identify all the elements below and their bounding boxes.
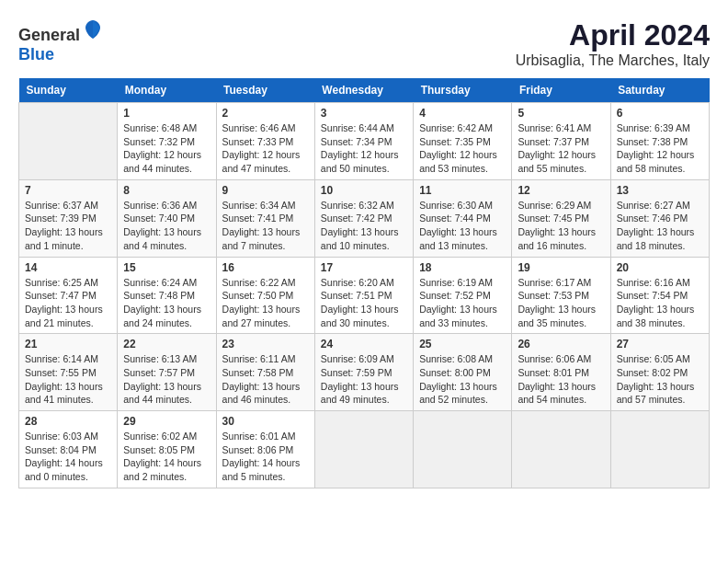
calendar-cell: 14Sunrise: 6:25 AM Sunset: 7:47 PM Dayli… bbox=[19, 257, 118, 334]
day-info: Sunrise: 6:02 AM Sunset: 8:05 PM Dayligh… bbox=[123, 430, 210, 484]
calendar-header-row: SundayMondayTuesdayWednesdayThursdayFrid… bbox=[19, 78, 710, 103]
calendar-cell: 23Sunrise: 6:11 AM Sunset: 7:58 PM Dayli… bbox=[216, 334, 314, 411]
day-info: Sunrise: 6:46 AM Sunset: 7:33 PM Dayligh… bbox=[222, 121, 309, 176]
day-info: Sunrise: 6:30 AM Sunset: 7:44 PM Dayligh… bbox=[419, 199, 506, 253]
day-number: 14 bbox=[25, 261, 111, 274]
day-of-week-header: Saturday bbox=[610, 78, 709, 103]
calendar-cell bbox=[512, 411, 610, 488]
calendar-cell bbox=[610, 411, 709, 488]
day-info: Sunrise: 6:29 AM Sunset: 7:45 PM Dayligh… bbox=[518, 199, 604, 253]
day-info: Sunrise: 6:32 AM Sunset: 7:42 PM Dayligh… bbox=[321, 199, 407, 253]
day-of-week-header: Wednesday bbox=[314, 78, 413, 103]
calendar-cell: 13Sunrise: 6:27 AM Sunset: 7:46 PM Dayli… bbox=[610, 179, 709, 257]
day-info: Sunrise: 6:25 AM Sunset: 7:47 PM Dayligh… bbox=[25, 276, 111, 330]
day-number: 26 bbox=[518, 338, 604, 350]
calendar-cell: 24Sunrise: 6:09 AM Sunset: 7:59 PM Dayli… bbox=[314, 334, 413, 411]
day-info: Sunrise: 6:09 AM Sunset: 7:59 PM Dayligh… bbox=[321, 352, 407, 407]
day-info: Sunrise: 6:17 AM Sunset: 7:53 PM Dayligh… bbox=[518, 276, 604, 330]
calendar-cell: 8Sunrise: 6:36 AM Sunset: 7:40 PM Daylig… bbox=[118, 179, 216, 257]
calendar-week-row: 7Sunrise: 6:37 AM Sunset: 7:39 PM Daylig… bbox=[19, 179, 710, 257]
calendar-cell: 25Sunrise: 6:08 AM Sunset: 8:00 PM Dayli… bbox=[414, 334, 512, 411]
calendar-cell: 21Sunrise: 6:14 AM Sunset: 7:55 PM Dayli… bbox=[19, 334, 118, 411]
day-number: 5 bbox=[518, 107, 604, 120]
day-number: 8 bbox=[123, 184, 210, 197]
calendar-week-row: 21Sunrise: 6:14 AM Sunset: 7:55 PM Dayli… bbox=[19, 334, 710, 411]
calendar-cell: 20Sunrise: 6:16 AM Sunset: 7:54 PM Dayli… bbox=[610, 257, 709, 334]
calendar-cell: 3Sunrise: 6:44 AM Sunset: 7:34 PM Daylig… bbox=[314, 103, 413, 180]
day-number: 15 bbox=[123, 261, 210, 274]
calendar-cell: 7Sunrise: 6:37 AM Sunset: 7:39 PM Daylig… bbox=[19, 179, 118, 257]
calendar-cell: 29Sunrise: 6:02 AM Sunset: 8:05 PM Dayli… bbox=[118, 411, 216, 488]
day-info: Sunrise: 6:03 AM Sunset: 8:04 PM Dayligh… bbox=[25, 430, 111, 484]
day-number: 1 bbox=[123, 107, 210, 120]
day-number: 24 bbox=[321, 338, 407, 350]
day-of-week-header: Tuesday bbox=[216, 78, 314, 103]
day-number: 28 bbox=[25, 415, 111, 428]
calendar-cell: 1Sunrise: 6:48 AM Sunset: 7:32 PM Daylig… bbox=[118, 103, 216, 180]
day-number: 27 bbox=[617, 338, 703, 350]
day-number: 6 bbox=[617, 107, 703, 120]
calendar-cell: 10Sunrise: 6:32 AM Sunset: 7:42 PM Dayli… bbox=[314, 179, 413, 257]
logo-general: General bbox=[18, 26, 80, 44]
day-info: Sunrise: 6:08 AM Sunset: 8:00 PM Dayligh… bbox=[419, 352, 506, 407]
calendar-cell: 5Sunrise: 6:41 AM Sunset: 7:37 PM Daylig… bbox=[512, 103, 610, 180]
day-of-week-header: Thursday bbox=[414, 78, 512, 103]
title-area: April 2024 Urbisaglia, The Marches, Ital… bbox=[516, 18, 710, 69]
day-number: 4 bbox=[419, 107, 506, 120]
day-number: 16 bbox=[222, 261, 309, 274]
day-info: Sunrise: 6:48 AM Sunset: 7:32 PM Dayligh… bbox=[123, 121, 210, 176]
calendar-week-row: 1Sunrise: 6:48 AM Sunset: 7:32 PM Daylig… bbox=[19, 103, 710, 180]
day-info: Sunrise: 6:34 AM Sunset: 7:41 PM Dayligh… bbox=[222, 199, 309, 253]
calendar-cell: 28Sunrise: 6:03 AM Sunset: 8:04 PM Dayli… bbox=[19, 411, 118, 488]
day-info: Sunrise: 6:42 AM Sunset: 7:35 PM Dayligh… bbox=[419, 121, 506, 176]
logo-icon bbox=[82, 18, 104, 40]
day-info: Sunrise: 6:44 AM Sunset: 7:34 PM Dayligh… bbox=[321, 121, 407, 176]
subtitle: Urbisaglia, The Marches, Italy bbox=[516, 52, 710, 69]
day-info: Sunrise: 6:01 AM Sunset: 8:06 PM Dayligh… bbox=[222, 430, 309, 484]
day-info: Sunrise: 6:06 AM Sunset: 8:01 PM Dayligh… bbox=[518, 352, 604, 407]
day-info: Sunrise: 6:14 AM Sunset: 7:55 PM Dayligh… bbox=[25, 352, 111, 407]
day-number: 23 bbox=[222, 338, 309, 350]
day-number: 13 bbox=[617, 184, 703, 197]
calendar-cell: 15Sunrise: 6:24 AM Sunset: 7:48 PM Dayli… bbox=[118, 257, 216, 334]
day-number: 20 bbox=[617, 261, 703, 274]
calendar-cell bbox=[414, 411, 512, 488]
calendar-cell: 16Sunrise: 6:22 AM Sunset: 7:50 PM Dayli… bbox=[216, 257, 314, 334]
calendar-cell: 2Sunrise: 6:46 AM Sunset: 7:33 PM Daylig… bbox=[216, 103, 314, 180]
calendar-cell: 6Sunrise: 6:39 AM Sunset: 7:38 PM Daylig… bbox=[610, 103, 709, 180]
day-info: Sunrise: 6:13 AM Sunset: 7:57 PM Dayligh… bbox=[123, 352, 210, 407]
day-number: 10 bbox=[321, 184, 407, 197]
day-number: 9 bbox=[222, 184, 309, 197]
day-info: Sunrise: 6:27 AM Sunset: 7:46 PM Dayligh… bbox=[617, 199, 703, 253]
day-info: Sunrise: 6:20 AM Sunset: 7:51 PM Dayligh… bbox=[321, 276, 407, 330]
calendar-cell: 30Sunrise: 6:01 AM Sunset: 8:06 PM Dayli… bbox=[216, 411, 314, 488]
day-number: 3 bbox=[321, 107, 407, 120]
day-number: 11 bbox=[419, 184, 506, 197]
day-info: Sunrise: 6:39 AM Sunset: 7:38 PM Dayligh… bbox=[617, 121, 703, 176]
day-info: Sunrise: 6:37 AM Sunset: 7:39 PM Dayligh… bbox=[25, 199, 111, 253]
day-number: 17 bbox=[321, 261, 407, 274]
calendar-cell: 26Sunrise: 6:06 AM Sunset: 8:01 PM Dayli… bbox=[512, 334, 610, 411]
calendar-cell: 4Sunrise: 6:42 AM Sunset: 7:35 PM Daylig… bbox=[414, 103, 512, 180]
day-number: 30 bbox=[222, 415, 309, 428]
day-number: 12 bbox=[518, 184, 604, 197]
day-number: 7 bbox=[25, 184, 111, 197]
day-info: Sunrise: 6:41 AM Sunset: 7:37 PM Dayligh… bbox=[518, 121, 604, 176]
main-title: April 2024 bbox=[516, 18, 710, 52]
calendar-cell: 19Sunrise: 6:17 AM Sunset: 7:53 PM Dayli… bbox=[512, 257, 610, 334]
day-info: Sunrise: 6:24 AM Sunset: 7:48 PM Dayligh… bbox=[123, 276, 210, 330]
day-number: 19 bbox=[518, 261, 604, 274]
day-of-week-header: Friday bbox=[512, 78, 610, 103]
calendar-week-row: 28Sunrise: 6:03 AM Sunset: 8:04 PM Dayli… bbox=[19, 411, 710, 488]
calendar-cell bbox=[19, 103, 118, 180]
day-number: 18 bbox=[419, 261, 506, 274]
day-number: 21 bbox=[25, 338, 111, 350]
day-info: Sunrise: 6:36 AM Sunset: 7:40 PM Dayligh… bbox=[123, 199, 210, 253]
day-info: Sunrise: 6:22 AM Sunset: 7:50 PM Dayligh… bbox=[222, 276, 309, 330]
day-info: Sunrise: 6:11 AM Sunset: 7:58 PM Dayligh… bbox=[222, 352, 309, 407]
day-number: 25 bbox=[419, 338, 506, 350]
calendar-cell: 18Sunrise: 6:19 AM Sunset: 7:52 PM Dayli… bbox=[414, 257, 512, 334]
calendar-cell: 22Sunrise: 6:13 AM Sunset: 7:57 PM Dayli… bbox=[118, 334, 216, 411]
logo: General Blue bbox=[18, 18, 104, 64]
logo-blue: Blue bbox=[18, 45, 54, 63]
